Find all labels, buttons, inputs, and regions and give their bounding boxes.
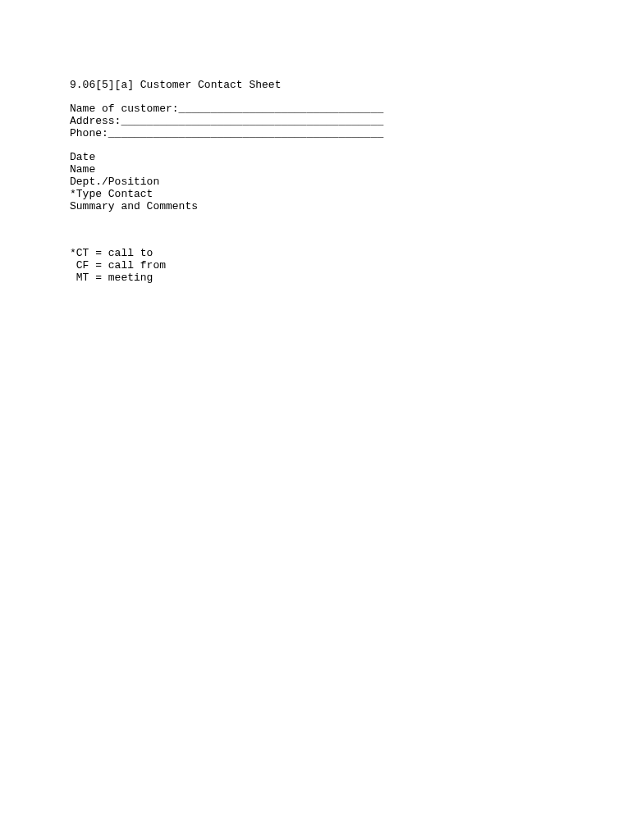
column-date: Date (70, 152, 632, 164)
document-title: 9.06[5][a] Customer Contact Sheet (70, 80, 632, 92)
column-type-contact: *Type Contact (70, 189, 632, 201)
legend-cf: CF = call from (70, 260, 632, 272)
column-dept-position: Dept./Position (70, 176, 632, 189)
customer-name-field: Name of customer:_______________________… (70, 103, 632, 116)
legend-ct: *CT = call to (70, 248, 632, 260)
column-name: Name (70, 164, 632, 176)
address-field: Address:________________________________… (70, 116, 632, 128)
column-summary: Summary and Comments (70, 201, 632, 213)
phone-field: Phone:__________________________________… (70, 128, 632, 140)
legend-mt: MT = meeting (70, 272, 632, 285)
